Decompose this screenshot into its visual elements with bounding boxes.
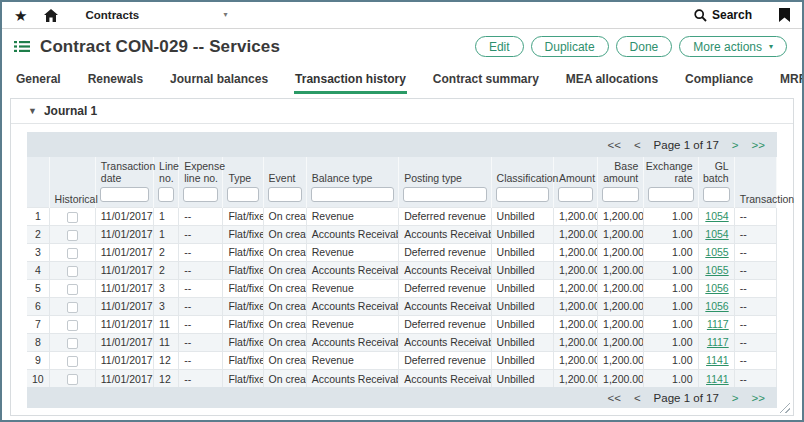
column-header-classification[interactable]: Classification [491,157,553,207]
prev-page-button[interactable]: < [634,392,641,404]
column-label: Base amount [598,157,643,186]
filter-transaction-date-input[interactable] [100,187,149,202]
event-cell: On create [263,315,306,333]
column-label: Line no. [154,157,178,186]
module-dropdown[interactable]: Contracts ▾ [85,9,227,21]
next-page-button[interactable]: > [732,139,739,151]
historical-checkbox[interactable] [67,284,78,295]
filter-posting-type-input[interactable] [403,187,486,202]
filter-exchange-rate-input[interactable] [648,187,693,202]
search-control[interactable]: Search [694,8,752,22]
historical-checkbox[interactable] [67,230,78,241]
historical-checkbox[interactable] [67,374,78,385]
gl-batch-link[interactable]: 1141 [706,373,729,385]
more-actions-button[interactable]: More actions▾ [679,36,787,57]
gl-batch-link[interactable]: 1117 [707,318,729,330]
posting-type-cell: Deferred revenue [399,351,491,369]
filter-gl-batch-input[interactable] [703,187,730,202]
expense-line-no-cell: -- [179,225,223,243]
balance-type-cell: Accounts Receivable [306,297,398,315]
filter-balance-type-input[interactable] [311,187,394,202]
transaction-grid: << < Page 1 of 17 > >> HistoricalTransac… [27,132,777,408]
done-button[interactable]: Done [616,36,673,57]
historical-checkbox[interactable] [67,248,78,259]
expense-line-no-cell: -- [179,333,223,351]
column-header-gl-batch[interactable]: GL batch [698,157,734,207]
filter-expense-line-no-input[interactable] [183,187,218,202]
duplicate-button[interactable]: Duplicate [531,36,609,57]
gl-batch-link[interactable]: 1055 [705,246,728,258]
historical-cell [49,225,95,243]
column-header-base-amount[interactable]: Base amount [598,157,644,207]
posting-type-cell: Accounts Receivable [399,261,491,279]
gl-batch-link[interactable]: 1054 [705,210,728,222]
filter-amount-input[interactable] [558,187,593,202]
balance-type-cell: Accounts Receivable [306,333,398,351]
gl-batch-link[interactable]: 1055 [705,264,728,276]
first-page-button[interactable]: << [607,392,620,404]
line-no-cell: 12 [154,351,179,369]
gl-batch-link[interactable]: 1056 [705,282,728,294]
filter-line-no-input[interactable] [158,187,174,202]
home-icon[interactable] [44,9,58,22]
historical-checkbox[interactable] [67,302,78,313]
gl-batch-link[interactable]: 1056 [705,300,728,312]
tab-contract-summary[interactable]: Contract summary [432,64,540,94]
tab-journal-balances[interactable]: Journal balances [169,64,269,94]
tab-mrr-history[interactable]: MRR history [779,64,804,94]
journal-section-header[interactable]: ▼ Journal 1 [11,99,793,124]
tab-transaction-history[interactable]: Transaction history [294,64,407,94]
historical-checkbox[interactable] [67,338,78,349]
tab-compliance[interactable]: Compliance [684,64,754,94]
first-page-button[interactable]: << [607,139,620,151]
historical-checkbox[interactable] [67,356,78,367]
tab-general[interactable]: General [15,64,62,94]
gl-batch-link[interactable]: 1141 [706,354,729,366]
column-header-transaction-date[interactable]: Transaction date [95,157,153,207]
tab-renewals[interactable]: Renewals [87,64,144,94]
classification-cell: Unbilled [491,243,553,261]
column-header-expense-line-no[interactable]: Expense line no. [179,157,223,207]
amount-cell: 1,200.00 [553,333,597,351]
column-header-exchange-rate[interactable]: Exchange rate [644,157,698,207]
historical-checkbox[interactable] [67,266,78,277]
gl-batch-link[interactable]: 1054 [705,228,728,240]
column-label: Historical [50,183,95,207]
record-list-icon[interactable] [14,40,30,53]
next-page-button[interactable]: > [732,392,739,404]
column-header-type[interactable]: Type [223,157,263,207]
collapse-chevron-icon: ▼ [28,107,37,116]
gl-batch-link[interactable]: 1117 [707,336,729,348]
filter-event-input[interactable] [268,187,302,202]
favorites-star-icon[interactable]: ★ [14,8,27,23]
column-header-amount[interactable]: Amount [553,157,597,207]
column-header-transaction[interactable]: Transaction [734,157,776,207]
column-header-historical[interactable]: Historical [49,157,95,207]
search-icon [694,9,707,22]
gl-batch-cell: 1056 [698,279,734,297]
prev-page-button[interactable]: < [634,139,641,151]
filter-classification-input[interactable] [496,187,549,202]
event-cell: On create [263,369,306,387]
bookmark-icon[interactable] [779,8,790,22]
tab-mea-allocations[interactable]: MEA allocations [565,64,659,94]
resize-grip[interactable] [779,402,790,413]
column-header-balance-type[interactable]: Balance type [306,157,398,207]
line-no-cell: 2 [154,243,179,261]
line-no-cell: 11 [154,315,179,333]
filter-type-input[interactable] [227,187,258,202]
line-no-cell: 11 [154,333,179,351]
type-cell: Flat/fixed [223,207,263,225]
historical-checkbox[interactable] [67,320,78,331]
transaction-history-table: HistoricalTransaction dateLine no.Expens… [27,157,777,387]
column-header-event[interactable]: Event [263,157,306,207]
historical-checkbox[interactable] [67,212,78,223]
last-page-button[interactable]: >> [752,139,765,151]
table-row: 1011/01/201712--Flat/fixedOn createAccou… [27,369,777,387]
column-header-posting-type[interactable]: Posting type [399,157,491,207]
column-header-line-no[interactable]: Line no. [154,157,179,207]
transaction-cell: -- [734,333,776,351]
edit-button[interactable]: Edit [475,36,524,57]
last-page-button[interactable]: >> [752,392,765,404]
filter-base-amount-input[interactable] [602,187,639,202]
